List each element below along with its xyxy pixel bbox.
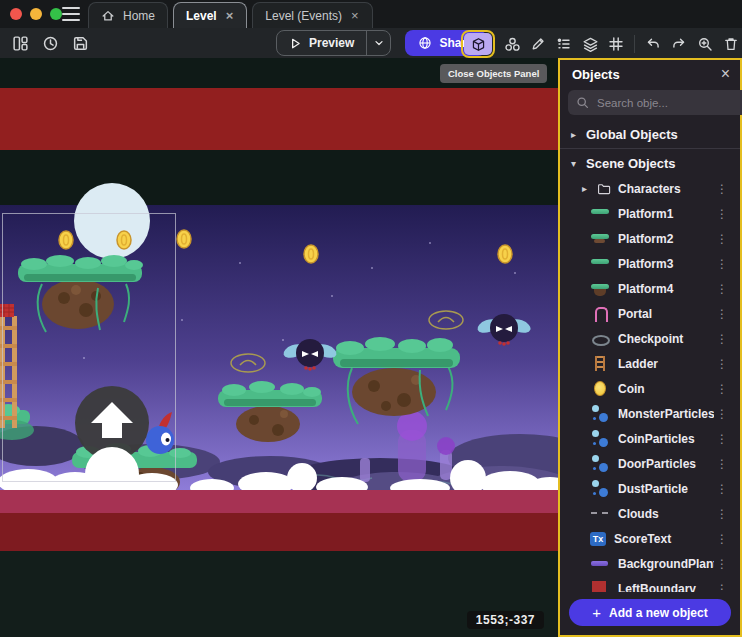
object-label: Platform1 — [618, 207, 714, 221]
object-row-platform2[interactable]: Platform2⋮ — [560, 226, 740, 251]
folder-row-characters[interactable]: ▸ Characters ⋮ — [560, 176, 740, 201]
instances-list-icon — [556, 36, 572, 52]
zoom-in-button[interactable] — [693, 32, 717, 56]
project-manager-button[interactable] — [8, 31, 32, 55]
objects-cube-icon — [471, 37, 486, 52]
object-row-platform3[interactable]: Platform3⋮ — [560, 251, 740, 276]
tutorial-highlight-box — [461, 30, 495, 58]
object-context-menu-button[interactable]: ⋮ — [714, 257, 730, 271]
undo-icon — [645, 36, 661, 52]
object-context-menu-button[interactable]: ⋮ — [714, 382, 730, 396]
object-label: ScoreText — [614, 532, 714, 546]
object-context-menu-button[interactable]: ⋮ — [714, 482, 730, 496]
tab-level-events[interactable]: Level (Events) × — [252, 2, 372, 28]
tab-label: Level (Events) — [265, 9, 342, 23]
object-row-dustparticle[interactable]: DustParticle⋮ — [560, 476, 740, 501]
object-row-scoretext[interactable]: TxScoreText⋮ — [560, 526, 740, 551]
grid-button[interactable] — [604, 32, 628, 56]
editor-toolbar: Preview Share — [0, 28, 742, 58]
object-context-menu-button[interactable]: ⋮ — [714, 332, 730, 346]
object-row-backgroundplants[interactable]: BackgroundPlants⋮ — [560, 551, 740, 576]
minimize-window-button[interactable] — [30, 8, 42, 20]
history-button[interactable] — [38, 31, 62, 55]
platform-thin-icon — [590, 205, 610, 222]
particles-icon — [590, 455, 610, 472]
object-row-platform1[interactable]: Platform1⋮ — [560, 201, 740, 226]
close-panel-icon[interactable]: × — [721, 66, 730, 82]
plus-icon: + — [592, 604, 601, 621]
object-context-menu-button[interactable]: ⋮ — [714, 282, 730, 296]
trash-icon — [723, 36, 739, 52]
object-row-coin[interactable]: Coin⋮ — [560, 376, 740, 401]
object-context-menu-button[interactable]: ⋮ — [714, 182, 730, 196]
portal-icon — [590, 305, 610, 322]
checkpoint-icon — [590, 330, 610, 347]
search-objects-input[interactable] — [595, 96, 742, 110]
object-context-menu-button[interactable]: ⋮ — [714, 232, 730, 246]
search-box[interactable] — [568, 90, 742, 115]
object-row-clouds[interactable]: Clouds⋮ — [560, 501, 740, 526]
tab-level[interactable]: Level × — [173, 2, 247, 28]
object-context-menu-button[interactable]: ⋮ — [714, 207, 730, 221]
toggle-objects-panel-button[interactable] — [464, 33, 492, 55]
object-context-menu-button[interactable]: ⋮ — [714, 582, 730, 593]
play-icon — [289, 37, 302, 50]
scene-editor-canvas[interactable]: 1553;-337 — [0, 58, 558, 637]
plants-icon — [590, 555, 610, 572]
add-new-object-button[interactable]: + Add a new object — [569, 599, 731, 626]
search-icon — [576, 96, 589, 109]
object-groups-button[interactable] — [500, 32, 524, 56]
preview-label: Preview — [309, 36, 354, 50]
object-context-menu-button[interactable]: ⋮ — [714, 357, 730, 371]
instances-list-button[interactable] — [552, 32, 576, 56]
object-context-menu-button[interactable]: ⋮ — [714, 532, 730, 546]
particles-icon — [590, 430, 610, 447]
tab-home[interactable]: Home — [88, 2, 168, 28]
object-label: Portal — [618, 307, 714, 321]
preview-button[interactable]: Preview — [277, 36, 366, 50]
object-row-portal[interactable]: Portal⋮ — [560, 301, 740, 326]
preview-button-group: Preview — [276, 30, 391, 56]
close-window-button[interactable] — [10, 8, 22, 20]
object-label: DustParticle — [618, 482, 714, 496]
edit-button[interactable] — [526, 32, 550, 56]
home-icon — [101, 9, 115, 23]
object-context-menu-button[interactable]: ⋮ — [714, 432, 730, 446]
platform-mossy-icon — [590, 230, 610, 247]
close-tab-icon[interactable]: × — [225, 9, 235, 22]
object-label: Clouds — [618, 507, 714, 521]
globe-icon — [418, 36, 432, 50]
object-row-ladder[interactable]: Ladder⋮ — [560, 351, 740, 376]
object-context-menu-button[interactable]: ⋮ — [714, 507, 730, 521]
panel-title: Objects — [572, 67, 620, 82]
object-context-menu-button[interactable]: ⋮ — [714, 457, 730, 471]
preview-options-button[interactable] — [366, 31, 390, 55]
delete-button[interactable] — [719, 32, 742, 56]
object-row-monsterparticles[interactable]: MonsterParticles⋮ — [560, 401, 740, 426]
undo-button[interactable] — [641, 32, 665, 56]
particles-icon — [590, 480, 610, 497]
main-menu-icon[interactable] — [62, 7, 80, 21]
maximize-window-button[interactable] — [50, 8, 62, 20]
section-global-objects[interactable]: ▸ Global Objects — [560, 122, 740, 147]
close-tab-icon[interactable]: × — [350, 9, 360, 22]
object-row-checkpoint[interactable]: Checkpoint⋮ — [560, 326, 740, 351]
zoom-in-icon — [697, 36, 713, 52]
object-context-menu-button[interactable]: ⋮ — [714, 407, 730, 421]
redo-button[interactable] — [667, 32, 691, 56]
object-row-platform4[interactable]: Platform4⋮ — [560, 276, 740, 301]
chevron-down-icon — [373, 37, 385, 49]
ladder-icon — [595, 356, 605, 371]
chevron-right-icon: ▸ — [582, 183, 590, 194]
project-manager-icon — [12, 35, 29, 52]
object-context-menu-button[interactable]: ⋮ — [714, 557, 730, 571]
object-row-doorparticles[interactable]: DoorParticles⋮ — [560, 451, 740, 476]
save-button[interactable] — [68, 31, 92, 55]
boundary-icon — [590, 580, 610, 592]
layers-button[interactable] — [578, 32, 602, 56]
chevron-right-icon: ▸ — [571, 129, 579, 140]
object-context-menu-button[interactable]: ⋮ — [714, 307, 730, 321]
object-row-leftboundary[interactable]: LeftBoundary⋮ — [560, 576, 740, 592]
object-row-coinparticles[interactable]: CoinParticles⋮ — [560, 426, 740, 451]
section-scene-objects[interactable]: ▾ Scene Objects — [560, 151, 740, 176]
